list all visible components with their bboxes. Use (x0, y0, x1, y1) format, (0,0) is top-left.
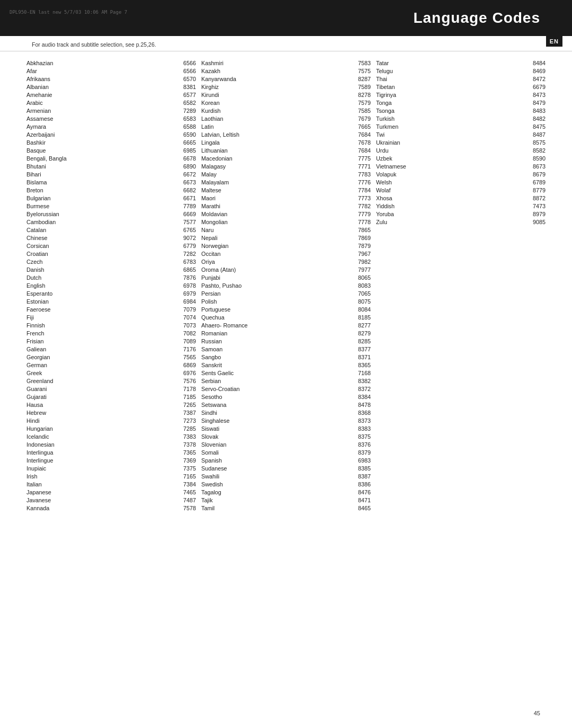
language-code: 6566 (175, 60, 196, 66)
language-code: 6783 (175, 259, 196, 265)
language-code: 7778 (350, 219, 371, 225)
language-name: Chinese (26, 235, 85, 241)
list-item: Norwegian7879 (201, 242, 371, 250)
language-name: Gujarati (26, 394, 85, 400)
language-name: Bihari (26, 171, 85, 177)
language-name: Spanish (201, 457, 260, 464)
language-code: 7577 (175, 219, 196, 225)
language-name: Ahaero- Romance (201, 322, 260, 329)
language-code: 7575 (350, 68, 371, 74)
list-item: Siswati8383 (201, 424, 371, 432)
language-name: Polish (201, 298, 260, 305)
language-code: 7589 (350, 84, 371, 90)
list-item: Swedish8386 (201, 480, 371, 488)
language-code: 6979 (175, 290, 196, 297)
language-code: 6669 (175, 211, 196, 217)
language-name: Pashto, Pushao (201, 282, 260, 289)
language-name: Indonesian (26, 441, 85, 448)
language-code: 8590 (524, 155, 546, 162)
language-code: 8469 (524, 68, 546, 74)
language-code: 7665 (350, 123, 371, 130)
language-code: 7578 (175, 505, 196, 511)
language-name: Kirundi (201, 92, 260, 98)
list-item: Somali8379 (201, 448, 371, 456)
language-code: 6577 (175, 92, 196, 98)
list-item: Irish7165 (26, 472, 196, 480)
list-item: Indonesian7378 (26, 440, 196, 448)
language-name: Tamil (201, 505, 260, 511)
list-item: Kurdish7585 (201, 106, 371, 114)
list-item: Macedonian7775 (201, 154, 371, 162)
language-name: Xhosa (376, 195, 434, 201)
language-code: 6976 (175, 370, 196, 376)
list-item: Danish6865 (26, 265, 196, 273)
list-item: Hungarian7285 (26, 424, 196, 432)
language-name: Maori (201, 195, 260, 201)
list-item: Wolaf8779 (376, 186, 546, 194)
list-item: Occitan7967 (201, 250, 371, 258)
language-name: Persian (201, 290, 260, 297)
language-name: Byelorussian (26, 211, 85, 217)
language-code: 8185 (350, 314, 371, 321)
page-title: Language Codes (413, 10, 540, 26)
language-name: Corsican (26, 243, 85, 249)
language-code: 8065 (350, 274, 371, 281)
list-item: Galiean7176 (26, 345, 196, 353)
list-item: Turkmen8475 (376, 122, 546, 130)
language-name: Kanyarwanda (201, 76, 260, 82)
language-code: 8475 (524, 123, 546, 130)
language-name: Albanian (26, 84, 85, 90)
language-name: Frisian (26, 338, 85, 344)
list-item: Guarani7178 (26, 385, 196, 393)
language-name: Korean (201, 100, 260, 106)
list-item: Kirundi8278 (201, 91, 371, 99)
language-code: 6671 (175, 195, 196, 201)
language-code: 7185 (175, 394, 196, 400)
language-code: 8482 (524, 116, 546, 122)
language-code: 6978 (175, 282, 196, 289)
language-code: 7384 (175, 481, 196, 487)
list-item: Bulgarian6671 (26, 194, 196, 202)
language-name: Swedish (201, 481, 260, 487)
language-code: 8368 (350, 410, 371, 416)
language-name: Kurdish (201, 108, 260, 114)
language-name: Yiddish (376, 203, 434, 209)
list-item: Croatian7282 (26, 250, 196, 258)
language-name: Bhutani (26, 163, 85, 170)
list-item: Quechua8185 (201, 313, 371, 321)
language-code: 7176 (175, 346, 196, 352)
list-item: Telugu8469 (376, 67, 546, 75)
language-name: Kirghiz (201, 84, 260, 90)
language-code: 8386 (350, 481, 371, 487)
list-item: Welsh6789 (376, 178, 546, 186)
list-item: Greenland7576 (26, 377, 196, 385)
language-name: Interlingua (26, 449, 85, 456)
page-header: Language Codes (0, 0, 572, 36)
language-name: Tigrinya (376, 92, 434, 98)
language-code: 7074 (175, 314, 196, 321)
language-name: Turkish (376, 116, 434, 122)
language-name: Croatian (26, 251, 85, 257)
language-name: Macedonian (201, 155, 260, 162)
list-item: Polish8075 (201, 297, 371, 305)
list-item: Javanese7487 (26, 496, 196, 504)
language-code: 8471 (350, 497, 371, 503)
language-name: Burmese (26, 203, 85, 209)
language-code: 6566 (175, 68, 196, 74)
list-item: Ukrainian8575 (376, 138, 546, 146)
list-item: Xhosa8872 (376, 194, 546, 202)
list-item: Portuguese8084 (201, 305, 371, 313)
language-code: 6779 (175, 243, 196, 249)
language-code: 6665 (175, 139, 196, 146)
language-name: Kazakh (201, 68, 260, 74)
list-item: Sudanese8385 (201, 464, 371, 472)
language-name: Twi (376, 131, 434, 138)
language-code: 7465 (175, 489, 196, 495)
language-code: 6984 (175, 298, 196, 305)
list-item: Spanish6983 (201, 456, 371, 464)
list-item: Sanskrit8365 (201, 361, 371, 369)
list-item: Kazakh7575 (201, 67, 371, 75)
list-item: Bhutani6890 (26, 162, 196, 170)
list-item: Slovenian8376 (201, 440, 371, 448)
list-item: Tagalog8476 (201, 488, 371, 496)
